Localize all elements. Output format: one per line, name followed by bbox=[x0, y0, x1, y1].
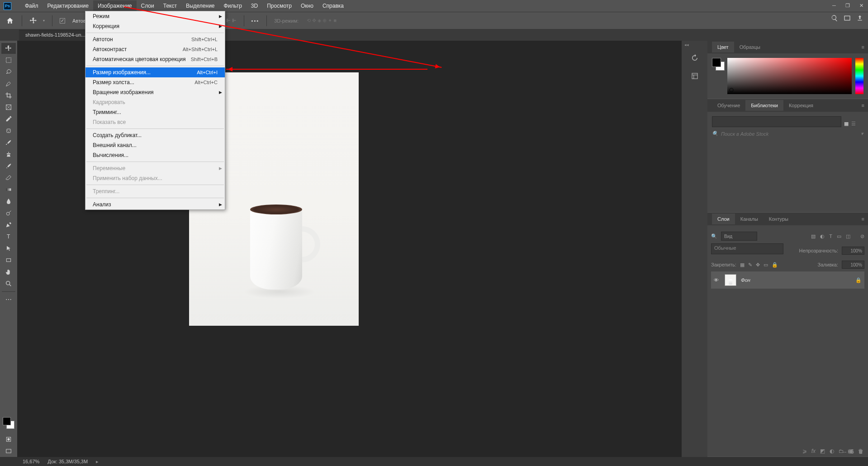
minimize-button[interactable]: ─ bbox=[831, 2, 837, 9]
move-tool[interactable] bbox=[1, 43, 16, 54]
fx-icon[interactable]: fx bbox=[811, 448, 816, 454]
menu-справка[interactable]: Справка bbox=[318, 0, 348, 11]
menu-редактирование[interactable]: Редактирование bbox=[43, 0, 93, 11]
group-icon[interactable]: 🗀 bbox=[839, 448, 844, 454]
menu-item-размер-изображения-[interactable]: Размер изображения...Alt+Ctrl+I bbox=[85, 67, 225, 77]
layer-name[interactable]: Фон bbox=[741, 277, 750, 283]
filter-shape-icon[interactable]: ▭ bbox=[837, 233, 841, 239]
frame-tool[interactable] bbox=[1, 102, 16, 113]
grid-view-icon[interactable]: ▦ bbox=[844, 121, 849, 127]
lock-position-icon[interactable]: ✥ bbox=[756, 262, 760, 268]
move-tool-icon[interactable] bbox=[29, 17, 38, 25]
document-tab[interactable]: shawn-fields-1198524-un... bbox=[19, 30, 92, 41]
lock-all-icon[interactable]: 🔒 bbox=[772, 262, 778, 268]
menu-item-размер-холста-[interactable]: Размер холста...Alt+Ctrl+C bbox=[85, 77, 225, 87]
library-search-placeholder[interactable]: Поиск в Adobe Stock bbox=[721, 131, 768, 137]
tab-paths[interactable]: Контуры bbox=[764, 214, 794, 224]
new-layer-icon[interactable]: ▣ bbox=[849, 448, 854, 454]
menu-3d[interactable]: 3D bbox=[247, 0, 262, 11]
eyedropper-tool[interactable] bbox=[1, 114, 16, 124]
filter-toggle-icon[interactable]: ⊘ bbox=[860, 233, 864, 239]
quick-selection-tool[interactable] bbox=[1, 78, 16, 89]
edit-toolbar-icon[interactable]: ⋯ bbox=[1, 294, 16, 305]
panel-menu-icon[interactable]: ≡ bbox=[862, 103, 864, 108]
color-swatches[interactable] bbox=[0, 416, 17, 430]
menu-текст[interactable]: Текст bbox=[159, 0, 181, 11]
panel-menu-icon[interactable]: ≡ bbox=[862, 216, 864, 222]
gradient-tool[interactable] bbox=[1, 184, 16, 195]
zoom-level[interactable]: 16,67% bbox=[23, 459, 39, 464]
lock-icon[interactable]: 🔒 bbox=[855, 277, 862, 283]
screen-mode-icon[interactable] bbox=[844, 14, 851, 22]
menu-файл[interactable]: Файл bbox=[20, 0, 43, 11]
menu-изображение[interactable]: Изображение bbox=[93, 0, 137, 11]
path-selection-tool[interactable] bbox=[1, 243, 16, 254]
search-icon[interactable] bbox=[831, 14, 838, 22]
menu-item-автоконтраст[interactable]: АвтоконтрастAlt+Shift+Ctrl+L bbox=[85, 44, 225, 54]
link-layers-icon[interactable]: ⩾ bbox=[802, 448, 807, 454]
properties-panel-icon[interactable] bbox=[688, 70, 702, 82]
layer-item[interactable]: 👁 Фон 🔒 bbox=[711, 271, 864, 289]
healing-brush-tool[interactable] bbox=[1, 125, 16, 136]
hue-slider[interactable] bbox=[855, 58, 863, 94]
opacity-input[interactable] bbox=[842, 247, 864, 255]
filter-adjust-icon[interactable]: ◐ bbox=[820, 233, 825, 239]
history-brush-tool[interactable] bbox=[1, 161, 16, 171]
tab-learn[interactable]: Обучение bbox=[712, 100, 745, 111]
menu-item-автотон[interactable]: АвтотонShift+Ctrl+L bbox=[85, 34, 225, 44]
tab-layers[interactable]: Слои bbox=[712, 214, 735, 224]
layer-thumbnail[interactable] bbox=[725, 274, 736, 286]
list-view-icon[interactable]: ☰ bbox=[851, 121, 856, 127]
menu-item-автоматическая-цветовая-коррекция[interactable]: Автоматическая цветовая коррекцияShift+C… bbox=[85, 54, 225, 64]
adjustment-layer-icon[interactable]: ◐ bbox=[830, 448, 834, 454]
menu-просмотр[interactable]: Просмотр bbox=[262, 0, 296, 11]
type-tool[interactable]: T bbox=[1, 231, 16, 242]
tab-adjustments[interactable]: Коррекция bbox=[783, 100, 819, 111]
screen-mode-tool-icon[interactable] bbox=[1, 446, 16, 456]
library-select[interactable] bbox=[712, 116, 841, 127]
blend-mode-select[interactable]: Обычные bbox=[711, 243, 783, 254]
panel-menu-icon[interactable]: ≡ bbox=[862, 44, 864, 50]
blur-tool[interactable] bbox=[1, 196, 16, 207]
menu-окно[interactable]: Окно bbox=[296, 0, 318, 11]
menu-item-создать-дубликат-[interactable]: Создать дубликат... bbox=[85, 130, 225, 140]
layer-filter-input[interactable] bbox=[721, 232, 757, 241]
menu-фильтр[interactable]: Фильтр bbox=[219, 0, 247, 11]
menu-item-внешний-канал-[interactable]: Внешний канал... bbox=[85, 140, 225, 150]
delete-layer-icon[interactable]: 🗑 bbox=[858, 448, 863, 454]
filter-smart-icon[interactable]: ◫ bbox=[846, 233, 850, 239]
tab-swatches[interactable]: Образцы bbox=[734, 42, 766, 52]
marquee-tool[interactable] bbox=[1, 55, 16, 66]
brush-tool[interactable] bbox=[1, 137, 16, 148]
pen-tool[interactable] bbox=[1, 219, 16, 230]
eraser-tool[interactable] bbox=[1, 172, 16, 183]
dodge-tool[interactable] bbox=[1, 208, 16, 219]
close-window-button[interactable]: ✕ bbox=[858, 2, 864, 9]
filter-icon[interactable]: ▾ bbox=[861, 131, 863, 137]
home-icon[interactable] bbox=[5, 17, 14, 25]
filter-type-icon[interactable]: T bbox=[829, 233, 832, 239]
history-panel-icon[interactable] bbox=[688, 52, 702, 64]
lock-transparent-icon[interactable]: ▦ bbox=[740, 262, 745, 268]
foreground-color-swatch[interactable] bbox=[3, 417, 11, 425]
menu-item-вычисления-[interactable]: Вычисления... bbox=[85, 150, 225, 160]
panel-fg-color[interactable] bbox=[712, 58, 721, 67]
share-icon[interactable] bbox=[856, 14, 863, 22]
quick-mask-icon[interactable] bbox=[1, 434, 16, 445]
clone-stamp-tool[interactable] bbox=[1, 149, 16, 160]
lock-image-icon[interactable]: ✎ bbox=[748, 262, 752, 268]
rectangle-tool[interactable] bbox=[1, 255, 16, 266]
filter-pixel-icon[interactable]: ▧ bbox=[811, 233, 816, 239]
more-options-icon[interactable]: ••• bbox=[251, 18, 260, 24]
autoselect-checkbox[interactable] bbox=[60, 18, 65, 24]
zoom-tool[interactable] bbox=[1, 278, 16, 289]
fill-input[interactable] bbox=[842, 261, 864, 269]
tab-color[interactable]: Цвет bbox=[712, 42, 734, 52]
lasso-tool[interactable] bbox=[1, 67, 16, 77]
tab-libraries[interactable]: Библиотеки bbox=[745, 100, 783, 111]
lock-artboard-icon[interactable]: ▭ bbox=[764, 262, 768, 268]
menu-item-коррекция[interactable]: Коррекция▶ bbox=[85, 21, 225, 31]
menu-item-вращение-изображения[interactable]: Вращение изображения▶ bbox=[85, 87, 225, 97]
menu-выделение[interactable]: Выделение bbox=[181, 0, 219, 11]
crop-tool[interactable] bbox=[1, 90, 16, 101]
